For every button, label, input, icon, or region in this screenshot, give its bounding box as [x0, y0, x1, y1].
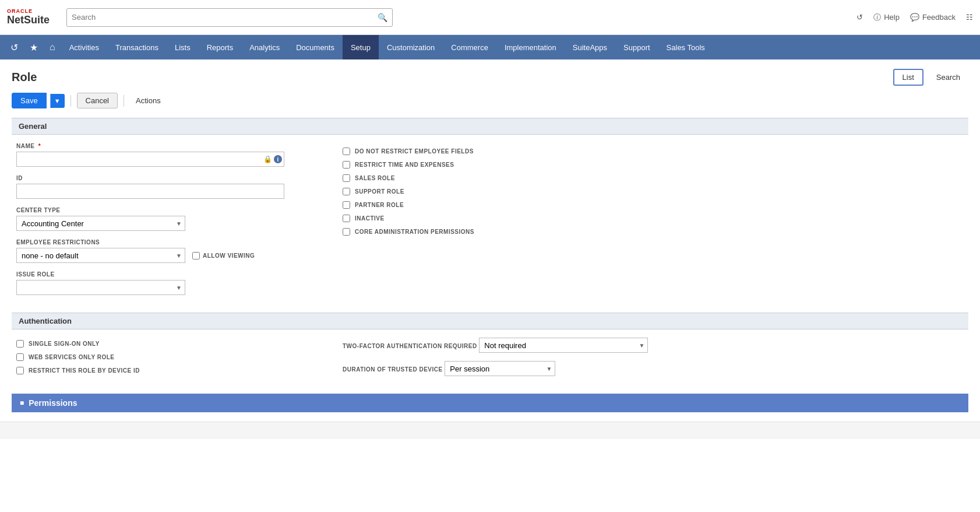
- duration-wrapper: Per session 30 days 90 days ▼: [445, 361, 555, 376]
- two-factor-select[interactable]: Not required Required for login Required…: [479, 338, 648, 353]
- checkbox-web-services: WEB SERVICES ONLY ROLE: [16, 353, 319, 361]
- issue-role-select[interactable]: [16, 280, 185, 295]
- nav-home-icon[interactable]: ⌂: [44, 35, 61, 59]
- restrict-time-label: RESTRICT TIME AND EXPENSES: [355, 162, 454, 168]
- nav-commerce[interactable]: Commerce: [443, 35, 496, 59]
- page-title: Role: [12, 71, 37, 84]
- nav-salestools[interactable]: Sales Tools: [658, 35, 713, 59]
- two-factor-label: TWO-FACTOR AUTHENTICATION REQUIRED: [343, 343, 477, 349]
- auth-form: SINGLE SIGN-ON ONLY WEB SERVICES ONLY RO…: [12, 338, 968, 384]
- general-section-header: General: [12, 118, 968, 135]
- core-admin-checkbox[interactable]: [343, 228, 350, 236]
- nav-recent-icon[interactable]: ↺: [5, 35, 24, 59]
- duration-label: DURATION OF TRUSTED DEVICE: [343, 366, 443, 373]
- feedback-label: Feedback: [922, 13, 956, 22]
- search-input[interactable]: [72, 13, 378, 22]
- save-button[interactable]: Save: [12, 93, 47, 108]
- support-role-checkbox[interactable]: [343, 188, 350, 195]
- name-group: NAME * 🔒 i: [16, 143, 319, 167]
- save-dropdown-button[interactable]: ▼: [50, 94, 65, 108]
- issue-role-label: ISSUE ROLE: [16, 271, 319, 278]
- nav-documents[interactable]: Documents: [288, 35, 343, 59]
- checkbox-core-admin: CORE ADMINISTRATION PERMISSIONS: [343, 228, 964, 236]
- inactive-label: INACTIVE: [355, 215, 385, 222]
- duration-select[interactable]: Per session 30 days 90 days: [445, 361, 555, 376]
- employee-restrictions-row: none - no default Own Own and Subordinat…: [16, 248, 319, 263]
- allow-viewing-checkbox[interactable]: [192, 252, 200, 259]
- nav-analytics[interactable]: Analytics: [241, 35, 288, 59]
- nav-activities[interactable]: Activities: [61, 35, 107, 59]
- support-role-label: SUPPORT ROLE: [355, 188, 404, 195]
- cancel-button[interactable]: Cancel: [77, 93, 118, 108]
- nav-star-icon[interactable]: ★: [24, 35, 44, 59]
- page-actions: List Search: [893, 69, 968, 86]
- web-services-label: WEB SERVICES ONLY ROLE: [29, 354, 115, 360]
- logo: ORACLE NetSuite: [7, 9, 59, 26]
- nav-lists[interactable]: Lists: [167, 35, 199, 59]
- grid-icon[interactable]: ☷: [966, 13, 973, 22]
- core-admin-label: CORE ADMINISTRATION PERMISSIONS: [355, 229, 474, 235]
- name-input-wrapper: 🔒 i: [16, 152, 284, 167]
- restrict-device-label: RESTRICT THIS ROLE BY DEVICE ID: [29, 367, 140, 374]
- info-icon[interactable]: i: [274, 155, 282, 163]
- nav-implementation[interactable]: Implementation: [496, 35, 565, 59]
- center-type-select[interactable]: Accounting Center Basic Center Classic C…: [16, 216, 185, 231]
- inactive-checkbox[interactable]: [343, 215, 350, 222]
- checkbox-partner-role: PARTNER ROLE: [343, 201, 964, 209]
- form-col-right: DO NOT RESTRICT EMPLOYEE FIELDS RESTRICT…: [343, 143, 964, 303]
- name-label: NAME *: [16, 143, 319, 149]
- restrict-device-checkbox[interactable]: [16, 367, 24, 374]
- list-button[interactable]: List: [893, 69, 923, 86]
- nav-suiteapps[interactable]: SuiteApps: [565, 35, 615, 59]
- center-type-group: CENTER TYPE Accounting Center Basic Cent…: [16, 207, 319, 231]
- checkbox-support-role: SUPPORT ROLE: [343, 188, 964, 195]
- name-input-icons: 🔒 i: [263, 155, 282, 163]
- name-input[interactable]: [16, 152, 284, 167]
- auth-col-left: SINGLE SIGN-ON ONLY WEB SERVICES ONLY RO…: [16, 338, 319, 384]
- nav-transactions[interactable]: Transactions: [107, 35, 167, 59]
- web-services-checkbox[interactable]: [16, 353, 24, 361]
- issue-role-wrapper: ▼: [16, 280, 185, 295]
- chat-icon: 💬: [910, 13, 919, 22]
- nav-support[interactable]: Support: [615, 35, 658, 59]
- nav-customization[interactable]: Customization: [379, 35, 443, 59]
- employee-restrictions-label: EMPLOYEE RESTRICTIONS: [16, 239, 319, 246]
- nav-reports[interactable]: Reports: [199, 35, 242, 59]
- checkbox-restrict-time: RESTRICT TIME AND EXPENSES: [343, 161, 964, 169]
- auth-col-right: TWO-FACTOR AUTHENTICATION REQUIRED Not r…: [343, 338, 964, 384]
- feedback-button[interactable]: 💬 Feedback: [910, 13, 956, 22]
- employee-restrictions-select[interactable]: none - no default Own Own and Subordinat…: [16, 248, 185, 263]
- help-item[interactable]: ⓘ Help: [873, 12, 900, 23]
- partner-role-checkbox[interactable]: [343, 201, 350, 209]
- id-group: ID: [16, 175, 319, 199]
- emp-restrictions-wrapper: none - no default Own Own and Subordinat…: [16, 248, 185, 263]
- restrict-time-checkbox[interactable]: [343, 161, 350, 169]
- permissions-label: Permissions: [29, 398, 77, 408]
- nav-bar: ↺ ★ ⌂ Activities Transactions Lists Repo…: [0, 35, 980, 59]
- checkbox-sales-role: SALES ROLE: [343, 174, 964, 182]
- nav-setup[interactable]: Setup: [343, 35, 379, 59]
- actions-button[interactable]: Actions: [130, 93, 167, 108]
- id-input[interactable]: [16, 184, 284, 199]
- toolbar: Save ▼ Cancel Actions: [12, 93, 968, 108]
- sso-checkbox[interactable]: [16, 340, 24, 348]
- toolbar-divider: [70, 95, 71, 107]
- allow-viewing-label: ALLOW VIEWING: [192, 252, 255, 259]
- form-col-left: NAME * 🔒 i ID CENTER TYPE: [16, 143, 319, 303]
- search-bar[interactable]: 🔍: [66, 8, 393, 27]
- do-not-restrict-checkbox[interactable]: [343, 148, 350, 155]
- netsuite-label: NetSuite: [7, 15, 59, 26]
- top-bar: ORACLE NetSuite 🔍 ↺ ⓘ Help 💬 Feedback ☷: [0, 0, 980, 35]
- sales-role-checkbox[interactable]: [343, 174, 350, 182]
- permissions-header[interactable]: ■ Permissions: [12, 394, 968, 412]
- checkbox-group: DO NOT RESTRICT EMPLOYEE FIELDS RESTRICT…: [343, 145, 964, 236]
- recent-icon[interactable]: ↺: [856, 13, 863, 22]
- two-factor-wrapper: Not required Required for login Required…: [479, 338, 648, 353]
- employee-restrictions-group: EMPLOYEE RESTRICTIONS none - no default …: [16, 239, 319, 263]
- scroll-area: [0, 422, 980, 439]
- two-factor-group: TWO-FACTOR AUTHENTICATION REQUIRED Not r…: [343, 338, 964, 353]
- lock-icon: 🔒: [263, 155, 272, 163]
- search-button[interactable]: Search: [928, 70, 968, 85]
- checkbox-sso: SINGLE SIGN-ON ONLY: [16, 340, 319, 348]
- help-circle-icon: ⓘ: [873, 12, 881, 23]
